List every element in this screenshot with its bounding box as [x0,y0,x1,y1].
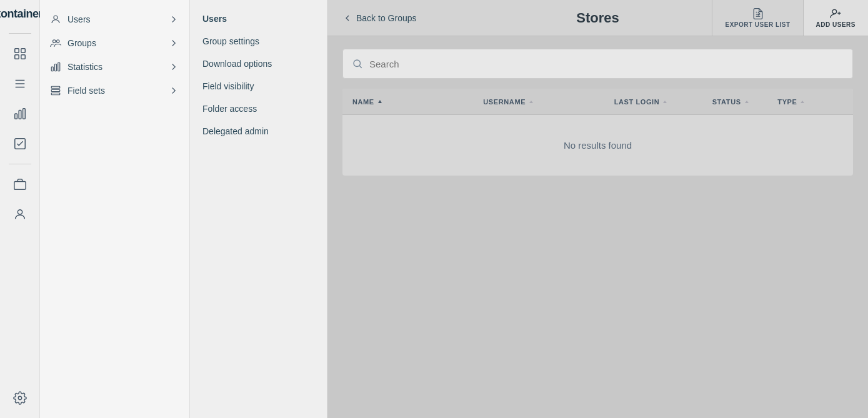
no-results-message: No results found [564,140,632,151]
svg-point-15 [53,40,56,43]
svg-rect-2 [14,55,18,59]
check-square-icon[interactable] [7,131,32,156]
svg-rect-18 [55,64,57,71]
statistics-icon [50,61,61,72]
sidebar-item-groups[interactable]: Groups [40,31,189,55]
column-header-last-login[interactable]: LAST LOGIN [614,98,712,106]
svg-rect-0 [14,49,18,52]
add-users-button[interactable]: ADD USERS [803,0,868,36]
chevron-right-icon [168,37,179,49]
data-table: NAME USERNAME LAST LOGIN STATUS TYPE [342,89,853,176]
sort-icon [662,99,668,105]
svg-marker-34 [801,101,804,103]
svg-line-29 [359,66,361,67]
grid-icon[interactable] [7,41,32,66]
svg-point-12 [17,210,22,214]
svg-rect-17 [51,67,53,71]
submenu-item-download-options[interactable]: Download options [190,52,327,75]
svg-point-14 [54,16,57,19]
search-icon [352,58,363,69]
settings-icon[interactable] [7,386,32,411]
export-icon [752,7,764,20]
svg-rect-9 [22,109,25,119]
chevron-right-icon [168,14,179,25]
submenu-item-users[interactable]: Users [190,7,327,30]
add-users-label: ADD USERS [816,21,856,28]
briefcase-icon[interactable] [7,172,32,197]
sidebar-nav: Users Groups Statistics Field sets [40,0,189,110]
svg-rect-19 [58,62,60,71]
logo: kontainer. [0,7,45,21]
header-actions: EXPORT USER LIST ADD USERS [712,0,868,36]
svg-rect-3 [21,55,24,59]
add-user-icon [829,7,842,20]
sidebar-item-users[interactable]: Users [40,7,189,31]
sort-asc-icon [377,99,383,105]
svg-rect-20 [51,86,60,88]
export-label: EXPORT USER LIST [725,21,790,28]
submenu-item-group-settings[interactable]: Group settings [190,30,327,52]
svg-rect-22 [51,93,60,95]
svg-rect-11 [14,181,25,189]
list-icon[interactable] [7,71,32,96]
rail-divider-2 [9,164,31,164]
submenu-item-folder-access[interactable]: Folder access [190,97,327,120]
svg-point-13 [18,396,22,400]
chevron-right-icon [168,61,179,72]
sort-icon [528,99,534,105]
sort-icon [799,99,806,105]
main-content: Back to Groups Stores EXPORT USER LIST A… [327,0,868,418]
rail-divider [9,33,31,34]
svg-marker-31 [529,101,533,103]
field-sets-icon [50,85,61,96]
table-header: NAME USERNAME LAST LOGIN STATUS TYPE [342,89,853,115]
svg-rect-21 [51,90,60,92]
column-header-name[interactable]: NAME [352,98,483,106]
back-arrow-icon [342,13,352,23]
content-body: NAME USERNAME LAST LOGIN STATUS TYPE [327,36,868,418]
submenu-item-field-visibility[interactable]: Field visibility [190,75,327,97]
sidebar: Users Groups Statistics Field sets [40,0,190,418]
svg-rect-1 [21,49,24,52]
user-icon [50,14,61,25]
svg-rect-7 [14,114,17,119]
column-header-type[interactable]: TYPE [777,98,843,106]
submenu: Users Group settings Download options Fi… [190,0,327,418]
export-user-list-button[interactable]: EXPORT USER LIST [712,0,802,36]
table-body: No results found [342,115,853,176]
search-bar [342,49,853,79]
svg-marker-30 [378,100,382,103]
sort-icon [744,99,750,105]
svg-point-25 [832,9,837,14]
sidebar-item-field-sets[interactable]: Field sets [40,79,189,102]
page-title: Stores [576,10,619,26]
chart-icon[interactable] [7,101,32,126]
groups-icon [50,37,61,49]
svg-rect-8 [19,111,21,119]
column-header-status[interactable]: STATUS [712,98,778,106]
top-header: Back to Groups Stores EXPORT USER LIST A… [327,0,868,36]
svg-marker-32 [663,101,667,103]
back-to-groups-link[interactable]: Back to Groups [327,13,432,23]
svg-point-16 [57,40,60,43]
submenu-item-delegated-admin[interactable]: Delegated admin [190,120,327,142]
back-label: Back to Groups [356,13,417,23]
chevron-right-icon [168,85,179,96]
svg-marker-33 [745,101,749,103]
search-input[interactable] [369,59,844,69]
person-icon[interactable] [7,202,32,227]
sidebar-item-statistics[interactable]: Statistics [40,55,189,79]
column-header-username[interactable]: USERNAME [483,98,614,106]
svg-point-28 [354,60,361,67]
icon-rail: kontainer. [0,0,40,418]
